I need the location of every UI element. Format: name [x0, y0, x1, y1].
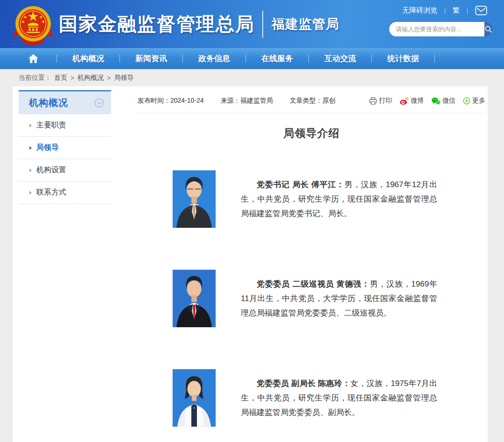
article-source: 来源：福建监管局: [221, 97, 273, 105]
arrow-right-icon: [29, 124, 32, 127]
sidebar-item-main-duties[interactable]: 主要职责: [19, 114, 111, 137]
bureau-title: 福建监管局: [272, 15, 339, 33]
site-logo-link[interactable]: 国家金融监督管理总局: [12, 3, 255, 46]
search-bar: [389, 22, 486, 36]
leader-name-title: 党委书记 局长 傅平江：: [257, 180, 344, 189]
arrow-right-icon: [29, 168, 32, 172]
nav-divider: [434, 55, 435, 63]
wechat-icon: [431, 97, 442, 105]
leader-photo: [173, 170, 216, 228]
breadcrumb-separator: >: [107, 74, 111, 82]
accessibility-link[interactable]: 无障碍浏览: [402, 6, 437, 15]
leader-bio: 党委书记 局长 傅平江：男，汉族，1967年12月出生，中共党员，研究生学历，现…: [241, 177, 437, 221]
sidebar-item-contact[interactable]: 联系方式: [19, 182, 111, 204]
breadcrumb-prefix: 当前位置：: [19, 74, 51, 82]
printer-icon: [369, 97, 379, 105]
more-share-button[interactable]: 更多: [463, 97, 485, 105]
traditional-chinese-link[interactable]: 繁: [453, 6, 460, 15]
leader-profile: 党委委员 副局长 陈惠玲：女，汉族，1975年7月出生，中共党员，研究生学历，现…: [138, 369, 485, 427]
utility-divider: [445, 7, 445, 14]
chevron-down-icon[interactable]: [94, 98, 104, 108]
sidebar-item-bureau-leaders[interactable]: 局领导: [19, 137, 111, 159]
leader-photo: [173, 369, 216, 427]
sidebar-header[interactable]: 机构概况: [19, 90, 111, 114]
nav-item-online-services[interactable]: 在线服务: [246, 53, 308, 64]
weibo-icon: [399, 97, 411, 105]
weibo-share-button[interactable]: 微博: [399, 97, 424, 105]
national-emblem-icon: [12, 4, 54, 46]
leader-profile: 党委书记 局长 傅平江：男，汉族，1967年12月出生，中共党员，研究生学历，现…: [138, 170, 485, 228]
sidebar-title: 机构概况: [29, 97, 68, 109]
nav-home-link[interactable]: [27, 54, 40, 63]
nav-item-org-overview[interactable]: 机构概况: [57, 53, 119, 64]
content-wrapper: 机构概况 主要职责 局领导 机构设置 联系方式 发布时: [13, 86, 488, 442]
sidebar-item-label: 机构设置: [36, 165, 66, 175]
utility-bar: 无障碍浏览 繁: [402, 6, 487, 15]
publish-date: 发布时间：2024-10-24: [138, 97, 204, 105]
breadcrumb: 当前位置： 首页 > 机构概况 > 局领导: [0, 69, 504, 86]
breadcrumb-separator: >: [70, 74, 74, 82]
arrow-right-icon: [29, 146, 32, 150]
envelope-icon: [475, 6, 487, 15]
plus-circle-icon: [463, 97, 472, 105]
share-toolbar: 打印 微博: [362, 97, 485, 105]
search-input[interactable]: [389, 22, 484, 36]
nav-item-gov-info[interactable]: 政务信息: [183, 53, 245, 64]
nav-item-interaction[interactable]: 互动交流: [309, 53, 371, 64]
leader-photo: [173, 270, 216, 327]
main-nav: 机构概况 新闻资讯 政务信息 在线服务 互动交流 统计数据: [0, 48, 504, 69]
breadcrumb-current[interactable]: 局领导: [114, 74, 133, 82]
agency-title: 国家金融监督管理总局: [59, 11, 255, 37]
arrow-right-icon: [29, 191, 32, 195]
sidebar-item-label: 局领导: [36, 143, 59, 153]
mail-link[interactable]: [475, 6, 487, 15]
sidebar-item-org-setup[interactable]: 机构设置: [19, 159, 111, 182]
nav-item-statistics[interactable]: 统计数据: [372, 53, 434, 64]
sidebar-item-label: 联系方式: [36, 188, 66, 197]
breadcrumb-home[interactable]: 首页: [54, 74, 67, 82]
meta-divider: [138, 113, 485, 113]
sidebar-item-label: 主要职责: [36, 120, 66, 130]
print-button[interactable]: 打印: [369, 97, 392, 105]
nav-item-news[interactable]: 新闻资讯: [120, 53, 182, 64]
page-title: 局领导介绍: [138, 126, 485, 140]
site-banner: 国家金融监督管理总局 福建监管局 无障碍浏览 繁: [0, 0, 504, 48]
article-type: 文章类型：原创: [290, 97, 336, 105]
home-icon: [28, 54, 39, 63]
article-area: 发布时间：2024-10-24 来源：福建监管局 文章类型：原创 打印: [138, 86, 485, 427]
wechat-share-button[interactable]: 微信: [431, 97, 455, 105]
utility-divider: [467, 7, 468, 14]
leader-profile: 党委委员 二级巡视员 黄德强：男，汉族，1969年11月出生，中共党员，大学学历…: [138, 270, 485, 327]
title-divider: [262, 11, 263, 38]
search-icon: [484, 25, 492, 33]
leader-name-title: 党委委员 副局长 陈惠玲：: [257, 379, 350, 388]
article-meta: 发布时间：2024-10-24 来源：福建监管局 文章类型：原创 打印: [138, 94, 485, 108]
leader-name-title: 党委委员 二级巡视员 黄德强：: [257, 280, 370, 288]
breadcrumb-org-overview[interactable]: 机构概况: [77, 74, 104, 82]
leader-bio: 党委委员 副局长 陈惠玲：女，汉族，1975年7月出生，中共党员，研究生学历，现…: [241, 376, 437, 420]
leader-bio: 党委委员 二级巡视员 黄德强：男，汉族，1969年11月出生，中共党员，大学学历…: [241, 277, 437, 320]
sidebar: 机构概况 主要职责 局领导 机构设置 联系方式: [19, 90, 111, 204]
